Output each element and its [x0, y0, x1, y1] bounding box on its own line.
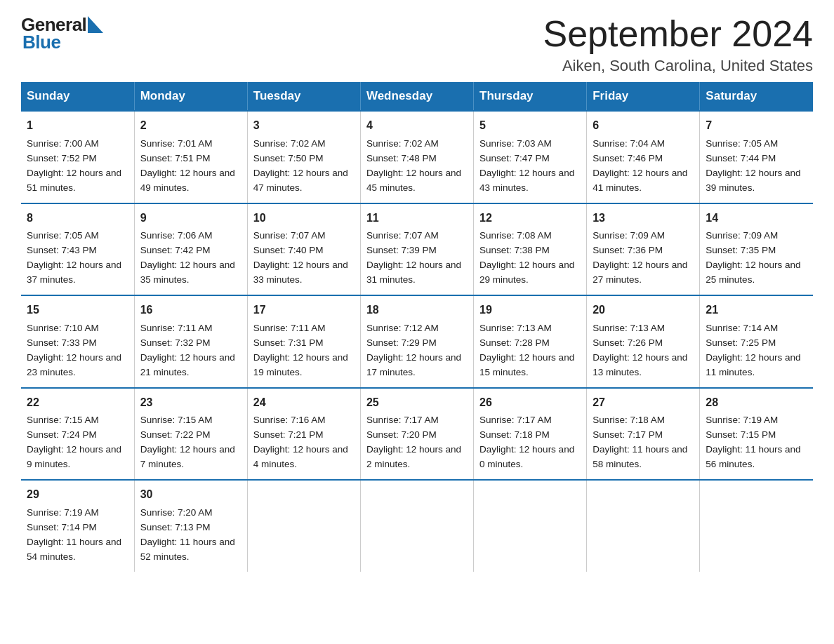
calendar-cell: 4 Sunrise: 7:02 AMSunset: 7:48 PMDayligh… [360, 111, 473, 203]
calendar-cell: 10 Sunrise: 7:07 AMSunset: 7:40 PMDaylig… [247, 203, 360, 295]
day-info: Sunrise: 7:19 AMSunset: 7:15 PMDaylight:… [706, 415, 800, 469]
calendar-cell [247, 480, 360, 571]
day-number: 29 [27, 486, 128, 504]
day-info: Sunrise: 7:01 AMSunset: 7:51 PMDaylight:… [140, 138, 235, 193]
month-title: September 2024 [543, 14, 814, 54]
calendar-cell: 22 Sunrise: 7:15 AMSunset: 7:24 PMDaylig… [21, 388, 134, 480]
day-number: 2 [140, 117, 241, 135]
day-info: Sunrise: 7:11 AMSunset: 7:32 PMDaylight:… [140, 323, 235, 377]
day-number: 8 [27, 210, 128, 227]
day-info: Sunrise: 7:02 AMSunset: 7:48 PMDaylight:… [366, 138, 461, 193]
day-info: Sunrise: 7:13 AMSunset: 7:26 PMDaylight:… [593, 323, 687, 377]
calendar-cell: 15 Sunrise: 7:10 AMSunset: 7:33 PMDaylig… [21, 295, 134, 387]
day-info: Sunrise: 7:09 AMSunset: 7:35 PMDaylight:… [706, 230, 800, 285]
day-number: 30 [140, 486, 241, 504]
day-info: Sunrise: 7:20 AMSunset: 7:13 PMDaylight:… [140, 507, 235, 562]
day-number: 6 [593, 117, 694, 135]
calendar-cell [360, 480, 473, 571]
calendar-week-5: 29 Sunrise: 7:19 AMSunset: 7:14 PMDaylig… [21, 480, 813, 571]
logo-blue-text: Blue [21, 32, 60, 53]
calendar-week-1: 1 Sunrise: 7:00 AMSunset: 7:52 PMDayligh… [21, 111, 813, 203]
calendar-cell: 28 Sunrise: 7:19 AMSunset: 7:15 PMDaylig… [700, 388, 813, 480]
day-info: Sunrise: 7:17 AMSunset: 7:20 PMDaylight:… [366, 415, 461, 469]
calendar-cell: 29 Sunrise: 7:19 AMSunset: 7:14 PMDaylig… [21, 480, 134, 571]
logo: General Blue [21, 14, 103, 53]
calendar-cell [587, 480, 700, 571]
day-info: Sunrise: 7:19 AMSunset: 7:14 PMDaylight:… [27, 507, 121, 562]
calendar-cell: 12 Sunrise: 7:08 AMSunset: 7:38 PMDaylig… [474, 203, 587, 295]
calendar-week-2: 8 Sunrise: 7:05 AMSunset: 7:43 PMDayligh… [21, 203, 813, 295]
calendar-cell: 17 Sunrise: 7:11 AMSunset: 7:31 PMDaylig… [247, 295, 360, 387]
calendar-cell: 1 Sunrise: 7:00 AMSunset: 7:52 PMDayligh… [21, 111, 134, 203]
day-info: Sunrise: 7:12 AMSunset: 7:29 PMDaylight:… [366, 323, 461, 377]
col-header-thursday: Thursday [474, 82, 587, 111]
day-number: 28 [706, 394, 807, 412]
calendar-cell: 21 Sunrise: 7:14 AMSunset: 7:25 PMDaylig… [700, 295, 813, 387]
day-number: 7 [706, 117, 807, 135]
col-header-sunday: Sunday [21, 82, 134, 111]
calendar-cell: 6 Sunrise: 7:04 AMSunset: 7:46 PMDayligh… [587, 111, 700, 203]
day-number: 13 [593, 210, 694, 227]
calendar-cell: 11 Sunrise: 7:07 AMSunset: 7:39 PMDaylig… [360, 203, 473, 295]
day-info: Sunrise: 7:07 AMSunset: 7:40 PMDaylight:… [253, 230, 348, 285]
day-number: 11 [366, 210, 468, 227]
col-header-tuesday: Tuesday [247, 82, 360, 111]
calendar-cell: 24 Sunrise: 7:16 AMSunset: 7:21 PMDaylig… [247, 388, 360, 480]
calendar-cell: 18 Sunrise: 7:12 AMSunset: 7:29 PMDaylig… [360, 295, 473, 387]
day-number: 24 [253, 394, 355, 412]
day-number: 18 [366, 302, 468, 319]
day-number: 25 [366, 394, 468, 412]
col-header-wednesday: Wednesday [360, 82, 473, 111]
day-number: 1 [27, 117, 128, 135]
day-number: 19 [479, 302, 581, 319]
calendar-cell: 9 Sunrise: 7:06 AMSunset: 7:42 PMDayligh… [134, 203, 247, 295]
day-info: Sunrise: 7:13 AMSunset: 7:28 PMDaylight:… [479, 323, 574, 377]
col-header-friday: Friday [587, 82, 700, 111]
calendar-cell: 23 Sunrise: 7:15 AMSunset: 7:22 PMDaylig… [134, 388, 247, 480]
calendar-cell: 7 Sunrise: 7:05 AMSunset: 7:44 PMDayligh… [700, 111, 813, 203]
calendar-cell: 8 Sunrise: 7:05 AMSunset: 7:43 PMDayligh… [21, 203, 134, 295]
day-number: 22 [27, 394, 128, 412]
day-info: Sunrise: 7:04 AMSunset: 7:46 PMDaylight:… [593, 138, 687, 193]
page-header: General Blue September 2024 Aiken, South… [21, 14, 813, 75]
day-info: Sunrise: 7:05 AMSunset: 7:44 PMDaylight:… [706, 138, 800, 193]
day-info: Sunrise: 7:14 AMSunset: 7:25 PMDaylight:… [706, 323, 800, 377]
day-info: Sunrise: 7:15 AMSunset: 7:24 PMDaylight:… [27, 415, 121, 469]
day-info: Sunrise: 7:07 AMSunset: 7:39 PMDaylight:… [366, 230, 461, 285]
calendar-cell: 2 Sunrise: 7:01 AMSunset: 7:51 PMDayligh… [134, 111, 247, 203]
title-area: September 2024 Aiken, South Carolina, Un… [543, 14, 814, 75]
logo-arrow-icon [88, 16, 103, 36]
location-subtitle: Aiken, South Carolina, United States [543, 57, 814, 75]
calendar-cell: 25 Sunrise: 7:17 AMSunset: 7:20 PMDaylig… [360, 388, 473, 480]
day-number: 3 [253, 117, 355, 135]
calendar-cell: 27 Sunrise: 7:18 AMSunset: 7:17 PMDaylig… [587, 388, 700, 480]
day-number: 14 [706, 210, 807, 227]
calendar-header: SundayMondayTuesdayWednesdayThursdayFrid… [21, 82, 813, 111]
calendar-cell: 16 Sunrise: 7:11 AMSunset: 7:32 PMDaylig… [134, 295, 247, 387]
svg-marker-0 [88, 16, 103, 33]
day-info: Sunrise: 7:00 AMSunset: 7:52 PMDaylight:… [27, 138, 121, 193]
calendar-cell [700, 480, 813, 571]
col-header-saturday: Saturday [700, 82, 813, 111]
day-number: 4 [366, 117, 468, 135]
day-info: Sunrise: 7:08 AMSunset: 7:38 PMDaylight:… [479, 230, 574, 285]
day-info: Sunrise: 7:06 AMSunset: 7:42 PMDaylight:… [140, 230, 235, 285]
day-info: Sunrise: 7:03 AMSunset: 7:47 PMDaylight:… [479, 138, 574, 193]
day-number: 10 [253, 210, 355, 227]
day-number: 20 [593, 302, 694, 319]
day-info: Sunrise: 7:09 AMSunset: 7:36 PMDaylight:… [593, 230, 687, 285]
calendar-cell: 3 Sunrise: 7:02 AMSunset: 7:50 PMDayligh… [247, 111, 360, 203]
day-number: 23 [140, 394, 241, 412]
day-info: Sunrise: 7:05 AMSunset: 7:43 PMDaylight:… [27, 230, 121, 285]
calendar-cell: 26 Sunrise: 7:17 AMSunset: 7:18 PMDaylig… [474, 388, 587, 480]
col-header-monday: Monday [134, 82, 247, 111]
calendar-cell [474, 480, 587, 571]
calendar-week-4: 22 Sunrise: 7:15 AMSunset: 7:24 PMDaylig… [21, 388, 813, 480]
calendar-cell: 13 Sunrise: 7:09 AMSunset: 7:36 PMDaylig… [587, 203, 700, 295]
calendar-cell: 14 Sunrise: 7:09 AMSunset: 7:35 PMDaylig… [700, 203, 813, 295]
calendar-body: 1 Sunrise: 7:00 AMSunset: 7:52 PMDayligh… [21, 111, 813, 571]
day-number: 12 [479, 210, 581, 227]
calendar-cell: 19 Sunrise: 7:13 AMSunset: 7:28 PMDaylig… [474, 295, 587, 387]
calendar-cell: 30 Sunrise: 7:20 AMSunset: 7:13 PMDaylig… [134, 480, 247, 571]
calendar-week-3: 15 Sunrise: 7:10 AMSunset: 7:33 PMDaylig… [21, 295, 813, 387]
